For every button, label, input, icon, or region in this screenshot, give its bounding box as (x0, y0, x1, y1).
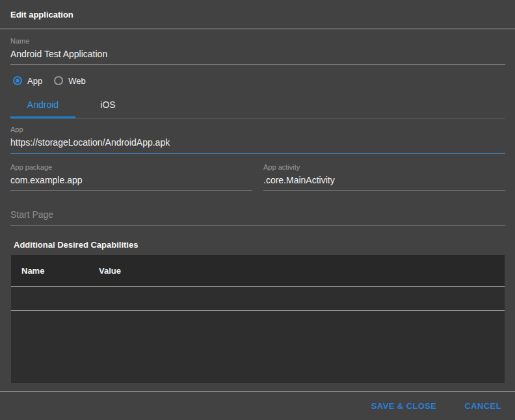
name-input[interactable] (10, 47, 505, 65)
radio-selected-icon (13, 76, 22, 85)
app-activity-input[interactable] (263, 174, 505, 191)
name-label: Name (10, 37, 505, 45)
tab-ios[interactable]: iOS (75, 94, 140, 118)
tab-android[interactable]: Android (10, 94, 75, 118)
column-header-value: Value (99, 266, 121, 276)
platform-tabs: Android iOS (10, 94, 505, 119)
app-field-group: App (10, 125, 505, 154)
app-label: App (10, 125, 505, 133)
app-package-input[interactable] (10, 174, 252, 191)
app-package-field-group: App package (10, 163, 252, 191)
radio-app-label: App (27, 76, 42, 86)
capabilities-table-header: Name Value (11, 255, 505, 286)
radio-unselected-icon (54, 76, 63, 85)
name-field-group: Name (10, 37, 505, 65)
cancel-button[interactable]: CANCEL (464, 397, 501, 415)
dialog-header: Edit application (0, 0, 515, 29)
app-input[interactable] (10, 136, 505, 154)
start-page-field-group (10, 208, 505, 226)
dialog-title: Edit application (10, 10, 73, 20)
capabilities-empty-row[interactable] (11, 286, 505, 310)
radio-web-label: Web (68, 76, 86, 86)
dialog-footer: SAVE & CLOSE CANCEL (0, 391, 515, 420)
start-page-input[interactable] (10, 208, 505, 226)
edit-application-dialog: Edit application Name App Web Android iO… (0, 0, 515, 420)
app-activity-label: App activity (263, 163, 505, 171)
column-header-name: Name (21, 266, 99, 276)
capabilities-heading: Additional Desired Capabilities (14, 240, 505, 250)
radio-web[interactable]: Web (54, 76, 86, 86)
dialog-body: Name App Web Android iOS App App package (0, 29, 515, 391)
radio-app[interactable]: App (13, 76, 42, 86)
package-activity-row: App package App activity (10, 163, 505, 191)
app-activity-field-group: App activity (263, 163, 505, 191)
app-type-radio-group: App Web (10, 75, 505, 86)
capabilities-table: Name Value (11, 255, 505, 383)
app-package-label: App package (10, 163, 252, 171)
capabilities-table-body (11, 310, 505, 383)
save-close-button[interactable]: SAVE & CLOSE (371, 397, 437, 415)
